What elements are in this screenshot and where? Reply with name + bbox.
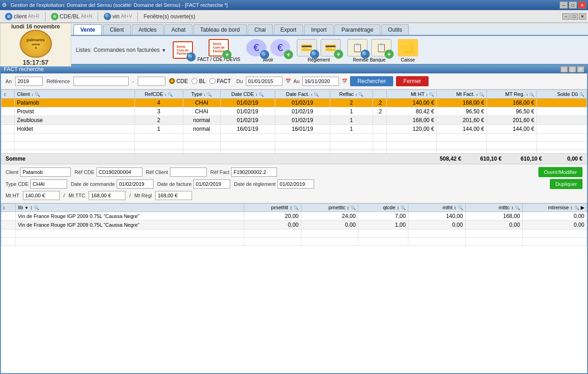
- an-input[interactable]: [15, 77, 43, 86]
- du-calendar-icon[interactable]: 📅: [285, 78, 291, 84]
- col-datecde-header[interactable]: Date CDE ↕ 🔍: [220, 89, 275, 98]
- bottom-col-lib[interactable]: lib ▼ ↕ 🔍: [16, 203, 244, 212]
- ref-input[interactable]: [74, 77, 129, 86]
- mtttc-input[interactable]: [89, 191, 125, 200]
- bottom-table-container: ↕ lib ▼ ↕ 🔍 prnethtt ↕ 🔍 prnetttc ↕ 🔍 qt…: [1, 203, 587, 373]
- cdebl-shortcut: Alt+N: [81, 14, 92, 19]
- bottom-col-qtcde[interactable]: qtcde ↕ 🔍: [358, 203, 408, 212]
- col-reffac-header[interactable]: Reffac ↕ 🔍: [330, 89, 373, 98]
- maximize-button[interactable]: □: [569, 1, 577, 9]
- open-modify-button[interactable]: Ouvrir/Modifier: [538, 167, 582, 177]
- bottom-col-mtht[interactable]: mtht ↕ 🔍: [408, 203, 465, 212]
- vin-icon: 🔍: [104, 13, 111, 20]
- fact-add-btn[interactable]: DevisCom deFacture + FACT / CDE / DEVIS: [197, 38, 241, 63]
- reglement-search-btn[interactable]: 💳 🔍: [295, 38, 318, 57]
- typecde-detail-input[interactable]: [30, 179, 67, 189]
- au-calendar-icon[interactable]: 📅: [342, 78, 347, 84]
- bottom-col-prnetttc[interactable]: prnetttc ↕ 🔍: [301, 203, 358, 212]
- bottom-col-mtttc[interactable]: mtttc ↕ 🔍: [465, 203, 522, 212]
- remise-search-btn[interactable]: 📋 🔍: [346, 38, 369, 57]
- col-solde-header[interactable]: Solde Dû 🔍: [537, 89, 587, 98]
- tab-import[interactable]: Import: [304, 24, 334, 35]
- tab-vente[interactable]: Vente: [74, 24, 102, 35]
- col-type-header[interactable]: Type ↕ 🔍: [183, 89, 220, 98]
- avoir-add-btn[interactable]: € +: [269, 38, 292, 57]
- table-row[interactable]: Provist 3 CHAI 01/02/19 01/02/19 1 .2 80…: [1, 107, 587, 116]
- table-row[interactable]: Zeublouse 2 normal 01/02/19 01/02/19 1 1…: [1, 116, 587, 124]
- radio-bl[interactable]: BL: [192, 78, 206, 84]
- reffact-detail-input[interactable]: [231, 167, 277, 177]
- radio-fact[interactable]: FACT: [209, 78, 231, 84]
- radio-cde[interactable]: CDE: [169, 78, 188, 84]
- col-mtreg-header[interactable]: MT Reg. ↕ 🔍: [487, 89, 537, 98]
- row-solde: [537, 107, 587, 116]
- tab-export[interactable]: Export: [274, 24, 304, 35]
- row-expand: [1, 107, 15, 116]
- bottom-col-mtremise[interactable]: mtremise ↕ 🔍 ▶: [522, 203, 587, 212]
- inner-win-close[interactable]: ✕: [577, 66, 584, 73]
- dateregl-detail-input[interactable]: [277, 179, 314, 189]
- duplicate-button[interactable]: Dupliquer: [550, 179, 582, 189]
- tab-achat[interactable]: Achat: [164, 24, 192, 35]
- datefact-detail-input[interactable]: [193, 179, 230, 189]
- dateregl-field: Date de règlement: [234, 179, 314, 189]
- row-mtht: 80,42 €: [387, 107, 437, 116]
- datefact-field: Date de facture: [157, 179, 230, 189]
- tab-chai[interactable]: Chai: [248, 24, 273, 35]
- inner-maximize-btn[interactable]: □: [571, 13, 578, 20]
- col-datefact-header[interactable]: Date Fact. ↕ 🔍: [275, 89, 330, 98]
- cdebl-menu-item[interactable]: ⊕ CDE/BL Alt+N: [48, 11, 96, 22]
- tab-parametrage[interactable]: Paramétrage: [334, 24, 380, 35]
- ref2-input[interactable]: [138, 77, 165, 86]
- remise-add-btn[interactable]: 📋 +: [370, 38, 393, 57]
- inner-close-btn[interactable]: ✕: [579, 13, 586, 20]
- row-datefact: 01/02/19: [275, 116, 330, 124]
- bottom-table-row[interactable]: Vin de France Rouge IGP 2009 0.75L "Caus…: [1, 212, 587, 220]
- radio-group: CDE BL FACT: [169, 78, 231, 84]
- avoir-add-icon: € +: [270, 39, 290, 56]
- fact-search-btn[interactable]: DevisCom deFacture 🔍: [171, 40, 195, 60]
- client-detail-input[interactable]: [20, 167, 71, 177]
- inner-win-minimize[interactable]: –: [560, 66, 568, 73]
- minimize-button[interactable]: –: [560, 1, 568, 9]
- tab-client[interactable]: Client: [103, 24, 131, 35]
- table-row-empty: [1, 133, 587, 141]
- col-mtht-header[interactable]: Mt HT ↕ 🔍: [387, 89, 437, 98]
- mtregl-input[interactable]: [155, 191, 192, 200]
- mt-row: Mt HT / Mt TTC / Mt Règl: [6, 191, 582, 200]
- close-button[interactable]: ✕: [578, 1, 586, 9]
- row-client: Zeublouse: [15, 116, 135, 124]
- search-button[interactable]: Rechercher: [350, 76, 393, 86]
- refclient-detail-input[interactable]: [170, 167, 207, 177]
- client-icon: ⊕: [5, 13, 12, 20]
- table-row[interactable]: Patamob 4 CHAI 01/02/19 01/02/19 2 .2 14…: [1, 98, 587, 107]
- inner-minimize-btn[interactable]: –: [562, 13, 570, 20]
- fenetres-menu-item[interactable]: Fenêtre(s) ouverte(s): [140, 11, 198, 22]
- bottom-table-row[interactable]: Vin de France Rouge IGP 2009 0.75L "Caus…: [1, 220, 587, 229]
- au-input[interactable]: [302, 77, 339, 86]
- date-text: lundi 16 novembre: [11, 23, 60, 30]
- caisse-btn[interactable]: 🟨: [396, 38, 419, 57]
- results-table-container: ↕ Client ↕ 🔍 RefCDE ↕ 🔍 Type ↕ 🔍 Date CD…: [1, 89, 587, 154]
- bottom-col-prnethtt[interactable]: prnethtt ↕ 🔍: [244, 203, 301, 212]
- mtht-input[interactable]: [23, 191, 60, 200]
- tab-articles[interactable]: Articles: [132, 24, 164, 35]
- avoir-search-btn[interactable]: € 🔍: [245, 38, 268, 57]
- refcde-detail-input[interactable]: [96, 167, 142, 177]
- table-row[interactable]: Holdet 1 normal 16/01/19 16/01/19 1 120,…: [1, 124, 587, 133]
- col-refcde-header[interactable]: RefCDE ↕ 🔍: [135, 89, 183, 98]
- date-row: Du 📅 Au 📅 Rechercher Fermer: [237, 76, 429, 86]
- reglement-add-overlay: +: [334, 50, 343, 59]
- col-client-header[interactable]: Client ↕ 🔍: [15, 89, 135, 98]
- col-mtfact-header[interactable]: Mt Fact. ↕ 🔍: [437, 89, 487, 98]
- reglement-add-btn[interactable]: 💳 +: [319, 38, 342, 57]
- datecde-detail-input[interactable]: [117, 179, 153, 189]
- vin-menu-item[interactable]: 🔍 vin Alt+V: [101, 11, 136, 22]
- du-input[interactable]: [246, 77, 283, 86]
- tab-outils[interactable]: Outils: [381, 24, 409, 35]
- close-button-search[interactable]: Fermer: [396, 76, 429, 86]
- row-mtreg: 201,60 €: [487, 116, 537, 124]
- tab-tableau-de-bord[interactable]: Tableau de bord: [193, 24, 247, 35]
- inner-win-maximize[interactable]: □: [569, 66, 576, 73]
- client-menu-item[interactable]: ⊕ client Alt+R: [2, 11, 43, 22]
